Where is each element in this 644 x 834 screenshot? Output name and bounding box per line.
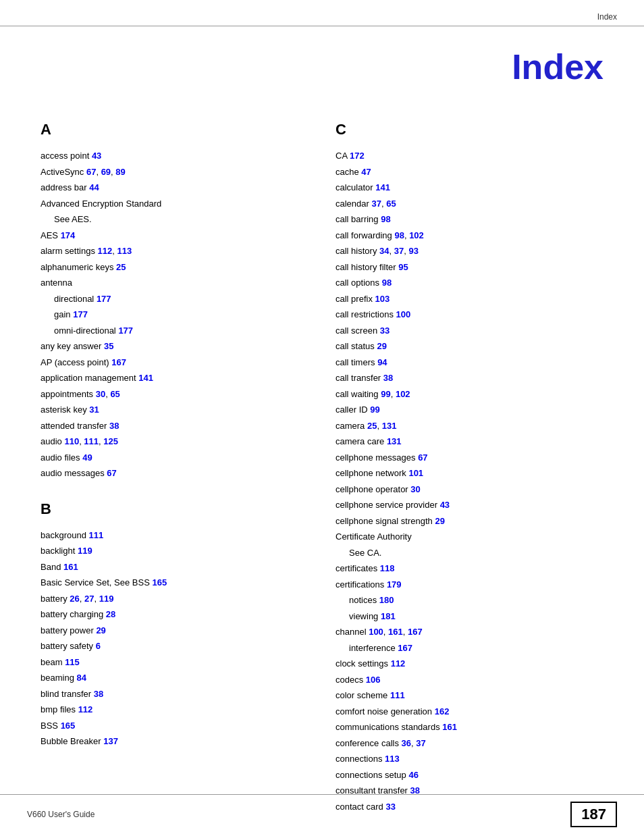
- index-entry: omni-directional 177: [41, 324, 308, 338]
- index-link[interactable]: 112: [391, 658, 406, 669]
- index-link[interactable]: 30: [410, 484, 420, 494]
- index-link[interactable]: 31: [89, 405, 99, 415]
- index-link[interactable]: 103: [375, 294, 390, 304]
- index-link[interactable]: 118: [380, 563, 395, 573]
- index-link[interactable]: 102: [396, 389, 410, 399]
- index-link[interactable]: 113: [117, 246, 132, 256]
- section-letter: C: [336, 121, 603, 138]
- index-link[interactable]: 25: [116, 262, 126, 272]
- index-link[interactable]: 162: [435, 706, 450, 716]
- index-link[interactable]: 26: [70, 594, 79, 604]
- index-link[interactable]: 25: [367, 421, 377, 431]
- index-link[interactable]: 84: [76, 673, 86, 683]
- index-link[interactable]: 181: [381, 611, 396, 621]
- index-link[interactable]: 67: [107, 468, 116, 478]
- index-entry: Advanced Encryption Standard: [41, 197, 308, 211]
- index-link[interactable]: 65: [110, 389, 119, 399]
- index-link[interactable]: 30: [96, 389, 105, 399]
- index-link[interactable]: 167: [408, 627, 423, 637]
- index-link[interactable]: 102: [409, 230, 424, 240]
- index-link[interactable]: 177: [97, 294, 111, 304]
- index-entry: channel 100, 161, 167: [336, 625, 603, 639]
- index-link[interactable]: 131: [387, 436, 402, 446]
- index-link[interactable]: 141: [138, 373, 153, 383]
- index-link[interactable]: 38: [109, 421, 119, 431]
- index-link[interactable]: 95: [398, 262, 408, 272]
- index-link[interactable]: 6: [96, 641, 101, 651]
- index-link[interactable]: 98: [394, 230, 404, 240]
- index-link[interactable]: 141: [375, 182, 390, 192]
- index-link[interactable]: 49: [82, 452, 92, 463]
- section-block: Aaccess point 43ActiveSync 67, 69, 89add…: [41, 121, 308, 480]
- index-link[interactable]: 115: [65, 657, 80, 667]
- index-link[interactable]: 35: [104, 341, 113, 351]
- index-entry: call barring 98: [336, 213, 603, 226]
- index-link[interactable]: 43: [440, 500, 450, 510]
- index-link[interactable]: 69: [101, 167, 111, 177]
- index-link[interactable]: 43: [92, 151, 101, 161]
- index-link[interactable]: 165: [152, 577, 167, 588]
- index-link[interactable]: 113: [385, 754, 400, 764]
- index-link[interactable]: 38: [94, 689, 103, 699]
- index-link[interactable]: 67: [418, 452, 427, 463]
- index-entry: backlight 119: [41, 544, 308, 558]
- index-link[interactable]: 111: [390, 690, 405, 700]
- index-link[interactable]: 101: [408, 468, 423, 478]
- index-link[interactable]: 33: [380, 325, 390, 336]
- index-link[interactable]: 28: [106, 609, 115, 619]
- index-link[interactable]: 165: [61, 721, 76, 731]
- index-entry: background 111: [41, 529, 308, 542]
- index-link[interactable]: 112: [98, 246, 113, 256]
- index-link[interactable]: 67: [86, 167, 96, 177]
- index-link[interactable]: 29: [96, 625, 105, 635]
- index-link[interactable]: 27: [84, 594, 94, 604]
- index-link[interactable]: 174: [61, 230, 76, 240]
- index-link[interactable]: 44: [89, 182, 99, 192]
- index-link[interactable]: 111: [89, 530, 104, 540]
- index-link[interactable]: 38: [383, 373, 393, 383]
- index-link[interactable]: 106: [366, 675, 381, 685]
- index-link[interactable]: 180: [379, 595, 394, 605]
- index-entry: call timers 94: [336, 356, 603, 369]
- index-link[interactable]: 29: [377, 341, 386, 351]
- index-link[interactable]: 99: [381, 389, 390, 399]
- index-link[interactable]: 172: [350, 151, 365, 161]
- index-link[interactable]: 110: [64, 436, 79, 446]
- index-link[interactable]: 34: [379, 246, 389, 256]
- index-link[interactable]: 177: [118, 325, 133, 336]
- index-link[interactable]: 93: [408, 246, 418, 256]
- index-link[interactable]: 167: [398, 643, 412, 653]
- index-link[interactable]: 65: [386, 199, 396, 209]
- index-link[interactable]: 111: [84, 436, 99, 446]
- index-link[interactable]: 89: [115, 167, 125, 177]
- index-link[interactable]: 119: [99, 594, 114, 604]
- index-link[interactable]: 167: [111, 357, 126, 367]
- index-link[interactable]: 161: [442, 722, 457, 732]
- index-entry: audio messages 67: [41, 467, 308, 480]
- index-link[interactable]: 125: [103, 436, 118, 446]
- index-link[interactable]: 179: [387, 579, 402, 590]
- index-link[interactable]: 37: [416, 738, 425, 748]
- index-link[interactable]: 37: [371, 199, 381, 209]
- index-link[interactable]: 100: [396, 309, 411, 319]
- index-link[interactable]: 137: [103, 736, 118, 746]
- index-link[interactable]: 94: [377, 357, 387, 367]
- index-link[interactable]: 98: [381, 214, 390, 224]
- index-link[interactable]: 100: [369, 627, 383, 637]
- index-link[interactable]: 131: [382, 421, 397, 431]
- index-link[interactable]: 177: [73, 309, 88, 319]
- index-link[interactable]: 46: [408, 770, 418, 780]
- index-link[interactable]: 98: [382, 278, 392, 288]
- index-link[interactable]: 47: [361, 167, 371, 177]
- index-link[interactable]: 99: [370, 405, 379, 415]
- index-link[interactable]: 161: [63, 562, 78, 572]
- index-link[interactable]: 29: [435, 516, 444, 526]
- index-link[interactable]: 161: [388, 627, 403, 637]
- index-entry: bmp files 112: [41, 703, 308, 716]
- index-entry: application management 141: [41, 371, 308, 385]
- index-link[interactable]: 37: [394, 246, 404, 256]
- index-link[interactable]: 119: [78, 546, 92, 556]
- index-link[interactable]: 36: [402, 738, 411, 748]
- index-link[interactable]: 112: [78, 704, 93, 714]
- index-entry: call history filter 95: [336, 261, 603, 274]
